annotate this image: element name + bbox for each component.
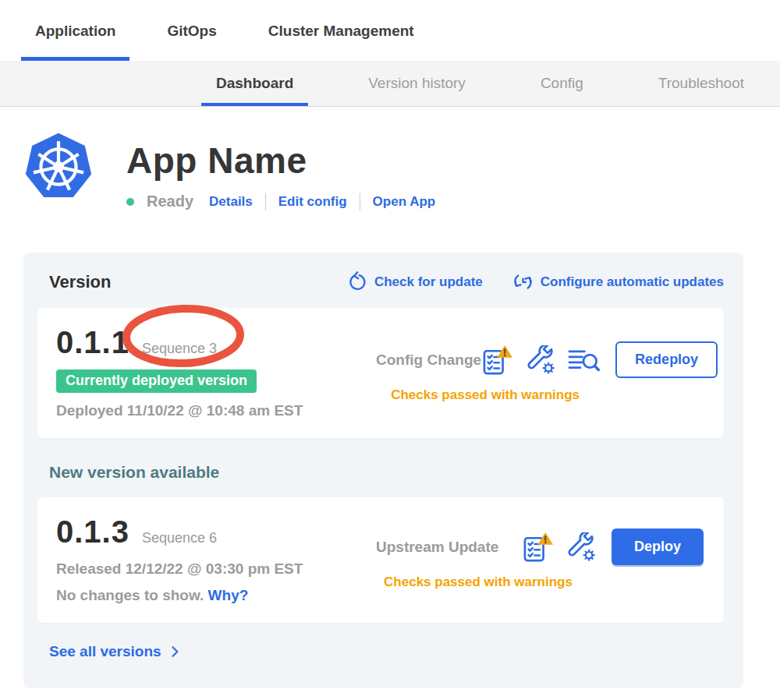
nav-item-gitops[interactable]: GitOps [153,0,230,61]
available-version-card: 0.1.3 Sequence 6 Released 12/12/22 @ 03:… [37,497,724,623]
status-badge: Ready [147,193,193,210]
current-version-card: 0.1.1 Sequence 3 Currently deployed vers… [37,308,724,438]
deployed-timestamp: Deployed 11/10/22 @ 10:48 am EST [56,402,328,419]
page-title: App Name [126,140,435,182]
check-for-update-icon [346,271,367,292]
tab-troubleshoot[interactable]: Troubleshoot [644,61,759,106]
no-changes-text: No changes to show. [56,587,204,603]
kubernetes-logo-icon [22,130,95,203]
version-heading: Version [49,272,111,292]
details-link[interactable]: Details [209,194,253,210]
nav-item-cluster-management[interactable]: Cluster Management [254,0,428,61]
divider [265,193,266,210]
check-for-update-label: Check for update [374,274,483,290]
deploy-button[interactable]: Deploy [612,529,704,565]
see-all-versions-label: See all versions [49,643,161,660]
chevron-right-icon [167,644,183,659]
config-wrench-icon[interactable] [526,345,555,375]
preflight-checks-warning-icon[interactable] [481,345,514,376]
check-for-update-button[interactable]: Check for update [346,271,483,292]
available-sequence-label: Sequence 6 [142,530,217,546]
open-app-link[interactable]: Open App [373,194,436,210]
divider [360,193,360,210]
diff-view-icon[interactable] [567,346,600,374]
available-version-number: 0.1.3 [56,514,129,550]
see-all-versions-link[interactable]: See all versions [49,643,183,660]
config-wrench-icon[interactable] [566,532,596,562]
why-link[interactable]: Why? [208,587,249,603]
configure-auto-updates-label: Configure automatic updates [541,274,724,290]
edit-config-link[interactable]: Edit config [278,194,347,210]
nav-item-application[interactable]: Application [21,0,129,61]
checks-status-available: Checks passed with warnings [328,574,704,590]
currently-deployed-badge: Currently deployed version [56,369,257,393]
version-panel: Version Check for update Configure autom… [23,253,743,688]
new-version-heading: New version available [49,463,724,482]
preflight-checks-warning-icon[interactable] [522,532,555,563]
configure-auto-updates-button[interactable]: Configure automatic updates [512,271,724,292]
change-type-label: Config Change [376,352,481,369]
change-type-label: Upstream Update [376,539,498,556]
auto-update-icon [512,271,534,292]
tab-config[interactable]: Config [526,61,598,106]
app-header: App Name Ready Details Edit config Open … [22,130,780,210]
status-dot-icon [126,198,134,206]
app-tab-bar: Dashboard Version history Config Trouble… [0,61,780,107]
tab-version-history[interactable]: Version history [353,61,480,106]
current-version-number: 0.1.1 [56,325,129,360]
current-sequence-label: Sequence 3 [142,341,217,357]
redeploy-button[interactable]: Redeploy [615,341,718,378]
checks-status-current: Checks passed with warnings [328,387,718,403]
primary-nav: Application GitOps Cluster Management [0,0,780,61]
tab-dashboard[interactable]: Dashboard [201,61,308,106]
released-timestamp: Released 12/12/22 @ 03:30 pm EST [56,560,328,578]
